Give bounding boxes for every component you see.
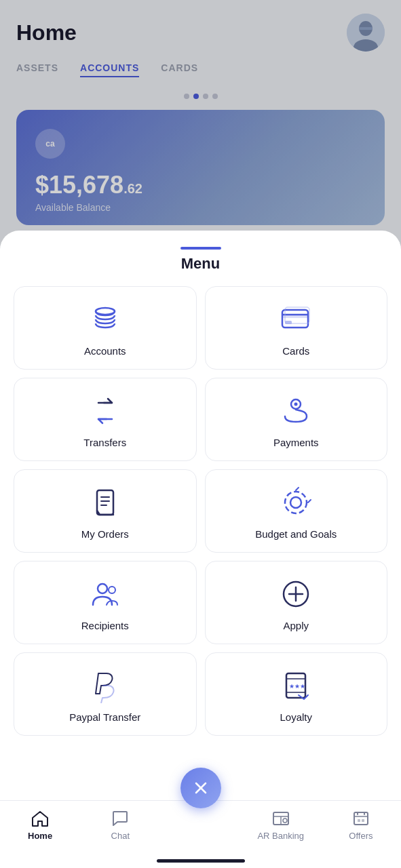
menu-item-transfers[interactable]: Transfers	[14, 378, 197, 461]
svg-text:★★★: ★★★	[289, 683, 305, 690]
bottom-nav: Home Chat AR Banking	[0, 800, 401, 868]
offers-nav-icon	[351, 809, 370, 828]
svg-line-21	[308, 500, 311, 502]
svg-point-22	[98, 584, 107, 593]
transfers-icon	[88, 393, 123, 429]
svg-rect-37	[354, 812, 368, 825]
budget-goals-icon	[278, 485, 313, 520]
apply-icon	[278, 576, 313, 612]
ar-banking-nav-label: AR Banking	[257, 831, 304, 841]
scroll-indicator	[180, 247, 221, 250]
accounts-label: Accounts	[84, 345, 126, 357]
menu-title: Menu	[14, 255, 387, 273]
svg-line-20	[296, 488, 299, 490]
nav-chat[interactable]: Chat	[80, 809, 160, 841]
payments-icon	[278, 393, 313, 429]
paypal-transfer-label: Paypal Transfer	[69, 711, 140, 723]
home-nav-label: Home	[28, 831, 52, 841]
loyalty-label: Loyalty	[280, 711, 312, 723]
payments-label: Payments	[273, 437, 319, 448]
my-orders-label: My Orders	[81, 528, 129, 540]
cards-icon	[278, 302, 313, 337]
svg-rect-39	[362, 819, 364, 822]
svg-rect-38	[358, 819, 360, 822]
menu-item-budget-goals[interactable]: Budget and Goals	[205, 469, 388, 553]
home-nav-icon	[31, 809, 50, 828]
menu-item-recipients[interactable]: Recipients	[14, 561, 197, 644]
home-indicator	[157, 859, 245, 863]
svg-point-18	[285, 492, 307, 513]
menu-item-paypal-transfer[interactable]: Paypal Transfer	[14, 652, 197, 736]
my-orders-icon	[88, 485, 123, 520]
svg-point-13	[294, 403, 298, 406]
transfers-label: Transfers	[83, 437, 126, 448]
menu-item-apply[interactable]: Apply	[205, 561, 388, 644]
menu-grid: Accounts Cards	[14, 286, 387, 744]
menu-item-loyalty[interactable]: ★★★ Loyalty	[205, 652, 388, 736]
svg-point-36	[283, 818, 287, 823]
svg-rect-5	[282, 310, 308, 328]
budget-goals-label: Budget and Goals	[255, 528, 337, 540]
ar-banking-nav-icon	[271, 809, 290, 828]
loyalty-icon: ★★★	[278, 668, 313, 703]
apply-label: Apply	[283, 620, 309, 631]
offers-nav-label: Offers	[349, 831, 373, 841]
chat-nav-label: Chat	[111, 831, 130, 841]
cards-label: Cards	[282, 345, 309, 357]
svg-point-19	[290, 497, 301, 508]
nav-home[interactable]: Home	[0, 809, 80, 841]
recipients-icon	[88, 576, 123, 612]
svg-rect-14	[97, 490, 113, 515]
menu-item-my-orders[interactable]: My Orders	[14, 469, 197, 553]
menu-item-payments[interactable]: Payments	[205, 378, 388, 461]
menu-item-accounts[interactable]: Accounts	[14, 286, 197, 370]
nav-offers[interactable]: Offers	[321, 809, 401, 841]
recipients-label: Recipients	[81, 620, 129, 631]
fab-close-button[interactable]	[180, 768, 221, 808]
svg-point-23	[109, 587, 115, 593]
menu-item-cards[interactable]: Cards	[205, 286, 388, 370]
accounts-icon	[88, 302, 123, 337]
chat-nav-icon	[111, 809, 130, 828]
paypal-transfer-icon	[88, 668, 123, 703]
nav-ar-banking[interactable]: AR Banking	[241, 809, 321, 841]
